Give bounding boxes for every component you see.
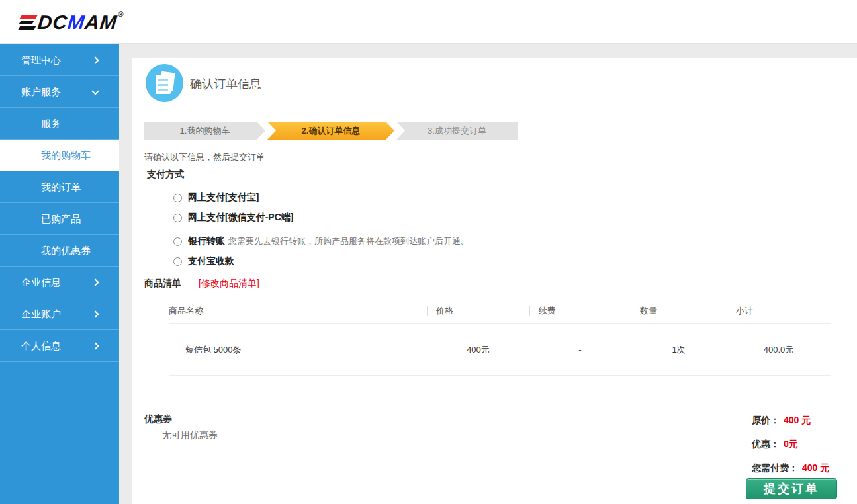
summary-discount: 优惠：0元 bbox=[752, 438, 829, 451]
brand-logo[interactable]: DC M AM ® bbox=[19, 11, 124, 34]
chevron-right-icon bbox=[91, 278, 99, 286]
sidebar-item-services[interactable]: 服务 bbox=[0, 108, 119, 140]
order-document-icon bbox=[146, 64, 183, 102]
modify-cart-link[interactable]: [修改商品清单] bbox=[199, 278, 259, 290]
summary-value: 0元 bbox=[784, 439, 798, 449]
checkout-steps: 1.我的购物车 2.确认订单信息 3.成功提交订单 bbox=[144, 122, 518, 140]
chevron-right-icon bbox=[91, 56, 99, 63]
payment-option-label: 网上支付[微信支付-PC端] bbox=[188, 212, 293, 224]
sidebar-nav: 管理中心 账户服务 服务 我的购物车 我的订单 已购产品 我的优惠券 企业信息 … bbox=[0, 44, 119, 504]
logo-letter-e-icon bbox=[19, 15, 36, 30]
column-header-product-name: 商品名称 bbox=[169, 305, 427, 317]
payment-option-note: 您需要先去银行转账，所购产品服务将在款项到达账户后开通。 bbox=[228, 235, 469, 247]
payment-option-label: 支付宝收款 bbox=[188, 255, 234, 267]
step-order-submitted: 3.成功提交订单 bbox=[396, 122, 518, 140]
sidebar-item-label: 企业信息 bbox=[21, 276, 61, 288]
radio-button-icon[interactable] bbox=[173, 257, 182, 266]
sidebar-item-label: 我的购物车 bbox=[41, 149, 91, 161]
cart-list-title: 商品清单 bbox=[144, 278, 181, 290]
payment-method-title: 支付方式 bbox=[147, 169, 184, 181]
sidebar-item-label: 企业账户 bbox=[21, 308, 61, 319]
title-divider bbox=[144, 106, 857, 106]
confirm-hint-text: 请确认以下信息，然后提交订单 bbox=[144, 151, 265, 163]
column-header-subtotal: 小计 bbox=[727, 305, 831, 317]
sidebar-item-label: 我的优惠券 bbox=[41, 245, 91, 256]
coupon-title: 优惠券 bbox=[144, 413, 172, 425]
payment-options: 网上支付[支付宝] 网上支付[微信支付-PC端] 银行转账 您需要先去银行转账，… bbox=[173, 188, 469, 271]
step-confirm-order-active: 2.确认订单信息 bbox=[267, 122, 394, 140]
summary-payable: 您需付费：400 元 bbox=[752, 462, 829, 475]
sidebar-item-my-coupons[interactable]: 我的优惠券 bbox=[0, 235, 119, 267]
logo-text-dc: DC bbox=[36, 11, 69, 34]
summary-label: 原价： bbox=[752, 415, 780, 425]
column-header-renewal: 续费 bbox=[529, 305, 631, 317]
payment-option-label: 网上支付[支付宝] bbox=[188, 192, 259, 204]
sidebar-item-label: 已购产品 bbox=[41, 213, 81, 224]
sidebar-item-admin-center[interactable]: 管理中心 bbox=[0, 44, 119, 76]
main-content-panel: 确认订单信息 1.我的购物车 2.确认订单信息 3.成功提交订单 请确认以下信息… bbox=[132, 58, 857, 504]
registered-trademark-icon: ® bbox=[118, 10, 124, 18]
cell-renewal: - bbox=[529, 345, 631, 355]
section-divider bbox=[141, 273, 857, 273]
summary-label: 您需付费： bbox=[752, 462, 798, 473]
cell-quantity: 1次 bbox=[631, 344, 727, 356]
sidebar-item-company-info[interactable]: 企业信息 bbox=[0, 267, 119, 298]
sidebar-item-label: 服务 bbox=[41, 118, 61, 129]
radio-button-icon[interactable] bbox=[173, 194, 182, 202]
order-confirmation-page: DC M AM ® 管理中心 账户服务 服务 我的购物车 我的订单 已购产品 我… bbox=[0, 0, 857, 504]
summary-value: 400 元 bbox=[802, 462, 829, 473]
sidebar-item-my-orders[interactable]: 我的订单 bbox=[0, 171, 119, 203]
cart-table: 商品名称 价格 续费 数量 小计 短信包 5000条 400元 - 1次 400… bbox=[169, 298, 831, 376]
sidebar-item-label: 个人信息 bbox=[21, 340, 61, 351]
sidebar-item-company-account[interactable]: 企业账户 bbox=[0, 298, 119, 330]
sidebar-item-account-services[interactable]: 账户服务 bbox=[0, 76, 119, 108]
chevron-right-icon bbox=[91, 310, 99, 317]
sidebar-item-personal-info[interactable]: 个人信息 bbox=[0, 330, 119, 362]
sidebar-item-purchased-products[interactable]: 已购产品 bbox=[0, 203, 119, 235]
chevron-down-icon bbox=[91, 87, 99, 95]
payment-option-alipay[interactable]: 网上支付[支付宝] bbox=[173, 188, 469, 208]
order-summary: 原价：400 元 优惠：0元 您需付费：400 元 bbox=[752, 414, 829, 485]
cell-product-name: 短信包 5000条 bbox=[169, 344, 427, 356]
sidebar-item-label: 管理中心 bbox=[21, 54, 61, 65]
document-page-front bbox=[156, 75, 171, 94]
step-my-cart: 1.我的购物车 bbox=[144, 122, 265, 140]
logo-text-am: AM bbox=[84, 11, 118, 34]
summary-value: 400 元 bbox=[784, 415, 811, 425]
radio-button-icon[interactable] bbox=[173, 214, 182, 222]
sidebar-item-label: 我的订单 bbox=[41, 181, 81, 192]
cell-price: 400元 bbox=[427, 344, 529, 356]
sidebar-item-my-cart[interactable]: 我的购物车 bbox=[0, 140, 119, 171]
payment-option-bank-transfer[interactable]: 银行转账 您需要先去银行转账，所购产品服务将在款项到达账户后开通。 bbox=[173, 231, 469, 251]
page-title: 确认订单信息 bbox=[190, 76, 261, 92]
radio-button-icon[interactable] bbox=[173, 237, 182, 246]
column-header-price: 价格 bbox=[427, 305, 529, 317]
payment-option-alipay-collect[interactable]: 支付宝收款 bbox=[173, 251, 469, 271]
summary-original-price: 原价：400 元 bbox=[752, 414, 829, 427]
sidebar-item-label: 账户服务 bbox=[21, 86, 61, 97]
submit-order-button[interactable]: 提交订单 bbox=[746, 478, 837, 499]
column-header-quantity: 数量 bbox=[631, 305, 727, 317]
chevron-right-icon bbox=[91, 342, 99, 349]
summary-label: 优惠： bbox=[752, 439, 780, 449]
top-header: DC M AM ® bbox=[0, 0, 857, 44]
cart-table-header: 商品名称 价格 续费 数量 小计 bbox=[169, 298, 831, 324]
cell-subtotal: 400.0元 bbox=[727, 344, 831, 356]
table-row: 短信包 5000条 400元 - 1次 400.0元 bbox=[169, 324, 831, 376]
coupon-empty-text: 无可用优惠券 bbox=[162, 429, 218, 441]
payment-option-wechat-pc[interactable]: 网上支付[微信支付-PC端] bbox=[173, 208, 469, 228]
payment-option-label: 银行转账 bbox=[188, 235, 225, 247]
